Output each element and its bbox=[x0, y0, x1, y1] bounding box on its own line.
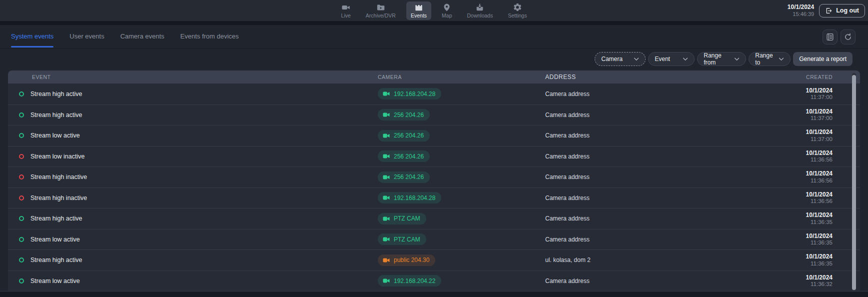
tab-system-events[interactable]: System events bbox=[11, 32, 53, 48]
filter-label: Range from bbox=[704, 52, 729, 66]
nav-item-downloads[interactable]: Downloads bbox=[463, 2, 498, 20]
created-cell: 10/1/202411:36:56 bbox=[765, 191, 860, 205]
camera-name: PTZ CAM bbox=[394, 236, 420, 243]
table-row[interactable]: Stream high activepublic 204.30ul. kolas… bbox=[8, 250, 860, 270]
topbar-right: 10/1/2024 15:46:39 Log out bbox=[788, 0, 865, 21]
camera-name: 192.168.204.28 bbox=[394, 194, 435, 202]
camera-icon bbox=[383, 133, 390, 138]
created-cell: 10/1/202411:36:56 bbox=[765, 170, 860, 184]
active-status-icon bbox=[19, 258, 24, 262]
tab-events-from-devices[interactable]: Events from devices bbox=[180, 32, 239, 48]
table-body: Stream high active192.168.204.28Camera a… bbox=[8, 84, 860, 291]
filter-dropdown-range-to[interactable]: Range to bbox=[749, 52, 791, 66]
event-cell: Stream high inactive bbox=[8, 174, 378, 180]
camera-badge[interactable]: 256 204.26 bbox=[378, 172, 430, 183]
camera-cell: 192.168.204.22 bbox=[378, 275, 545, 286]
active-status-icon bbox=[19, 133, 24, 138]
event-cell: Stream low inactive bbox=[8, 153, 378, 160]
camera-badge[interactable]: 256 204.26 bbox=[378, 150, 430, 162]
table-row[interactable]: Stream low activePTZ CAMCamera address10… bbox=[8, 229, 860, 250]
filter-label: Range to bbox=[755, 52, 774, 66]
refresh-button[interactable] bbox=[841, 30, 856, 44]
table-row[interactable]: Stream low inactive256 204.26Camera addr… bbox=[8, 146, 860, 167]
table-row[interactable]: Stream high active256 204.26Camera addre… bbox=[8, 104, 860, 126]
tab-user-events[interactable]: User events bbox=[69, 32, 104, 48]
table-row[interactable]: Stream high inactive256 204.26Camera add… bbox=[8, 166, 860, 188]
camera-name: PTZ CAM bbox=[394, 215, 420, 222]
camera-badge[interactable]: 192.168.204.22 bbox=[378, 275, 441, 286]
nav-item-live[interactable]: Live bbox=[337, 2, 355, 20]
column-header-event: EVENT bbox=[8, 74, 378, 80]
camera-badge[interactable]: 256 204.26 bbox=[378, 109, 430, 120]
content: System eventsUser eventsCamera eventsEve… bbox=[0, 25, 868, 291]
created-date: 10/1/2024 bbox=[765, 253, 833, 260]
camera-name: 256 204.26 bbox=[394, 112, 424, 118]
filter-label: Camera bbox=[601, 56, 623, 62]
event-cell: Stream high active bbox=[8, 112, 378, 118]
created-time: 11:36:56 bbox=[765, 156, 833, 164]
report-button[interactable] bbox=[823, 30, 838, 44]
created-date: 10/1/2024 bbox=[765, 191, 833, 198]
created-cell: 10/1/202411:37:00 bbox=[765, 128, 860, 142]
camera-badge[interactable]: 192.168.204.28 bbox=[378, 192, 441, 204]
chevron-down-icon bbox=[634, 58, 639, 61]
table-row[interactable]: Stream high inactive192.168.204.28Camera… bbox=[8, 188, 860, 208]
nav-item-label: Live bbox=[341, 12, 351, 18]
nav-item-archive-dvr[interactable]: Archive/DVR bbox=[361, 2, 400, 20]
logout-label: Log out bbox=[836, 7, 859, 14]
created-date: 10/1/2024 bbox=[765, 150, 833, 156]
table-row[interactable]: Stream low active256 204.26Camera addres… bbox=[8, 125, 860, 146]
tab-camera-events[interactable]: Camera events bbox=[120, 32, 164, 48]
event-cell: Stream high active bbox=[8, 90, 378, 98]
created-time: 11:36:56 bbox=[765, 198, 833, 205]
created-time: 11:37:00 bbox=[765, 94, 833, 101]
nav-item-label: Settings bbox=[508, 12, 527, 18]
address-cell: Camera address bbox=[545, 132, 765, 139]
chevron-down-icon bbox=[683, 58, 688, 61]
generate-report-button[interactable]: Generate a report bbox=[793, 52, 853, 66]
table-row[interactable]: Stream low active192.168.204.22Camera ad… bbox=[8, 270, 860, 292]
created-cell: 10/1/202411:36:35 bbox=[765, 253, 860, 267]
created-cell: 10/1/202411:36:35 bbox=[765, 232, 860, 246]
address-cell: Camera address bbox=[545, 112, 765, 118]
camera-name: 192.168.204.28 bbox=[394, 90, 435, 98]
camera-name: 256 204.26 bbox=[394, 132, 424, 139]
table-row[interactable]: Stream high activePTZ CAMCamera address1… bbox=[8, 208, 860, 229]
chevron-down-icon bbox=[779, 58, 784, 61]
address-cell: Camera address bbox=[545, 278, 765, 284]
filter-dropdown-event[interactable]: Event bbox=[648, 52, 695, 66]
camera-badge[interactable]: PTZ CAM bbox=[378, 213, 426, 224]
nav-item-map[interactable]: Map bbox=[437, 2, 456, 20]
camera-badge[interactable]: public 204.30 bbox=[378, 254, 435, 266]
address-cell: Camera address bbox=[545, 236, 765, 243]
scrollbar-thumb[interactable] bbox=[852, 75, 856, 290]
filter-dropdown-range-from[interactable]: Range from bbox=[697, 52, 746, 66]
current-time: 15:46:39 bbox=[788, 11, 814, 18]
created-date: 10/1/2024 bbox=[765, 212, 833, 218]
camera-icon bbox=[383, 195, 390, 200]
logout-button[interactable]: Log out bbox=[819, 4, 865, 18]
address-cell: Camera address bbox=[545, 174, 765, 180]
nav-item-events[interactable]: Events bbox=[406, 2, 431, 20]
camera-name: 256 204.26 bbox=[394, 174, 424, 180]
filter-row: CameraEventRange fromRange toGenerate a … bbox=[0, 52, 868, 66]
camera-cell: PTZ CAM bbox=[378, 213, 545, 224]
filter-dropdown-camera[interactable]: Camera bbox=[595, 52, 646, 66]
camera-icon bbox=[383, 216, 390, 222]
camera-badge[interactable]: 256 204.26 bbox=[378, 130, 430, 142]
address-cell: Camera address bbox=[545, 90, 765, 98]
created-cell: 10/1/202411:37:00 bbox=[765, 87, 860, 101]
table-row[interactable]: Stream high active192.168.204.28Camera a… bbox=[8, 84, 860, 104]
camera-badge[interactable]: PTZ CAM bbox=[378, 234, 426, 245]
calendar-icon bbox=[414, 3, 423, 12]
inactive-status-icon bbox=[19, 174, 24, 180]
created-date: 10/1/2024 bbox=[765, 232, 833, 240]
nav-item-settings[interactable]: Settings bbox=[503, 1, 531, 20]
inactive-status-icon bbox=[19, 154, 24, 159]
tab-row: System eventsUser eventsCamera eventsEve… bbox=[0, 25, 868, 49]
camera-badge[interactable]: 192.168.204.28 bbox=[378, 88, 441, 100]
main-nav: LiveArchive/DVREventsMapDownloadsSetting… bbox=[337, 0, 532, 21]
address-cell: Camera address bbox=[545, 153, 765, 160]
created-time: 11:36:35 bbox=[765, 260, 833, 268]
event-cell: Stream high active bbox=[8, 215, 378, 222]
